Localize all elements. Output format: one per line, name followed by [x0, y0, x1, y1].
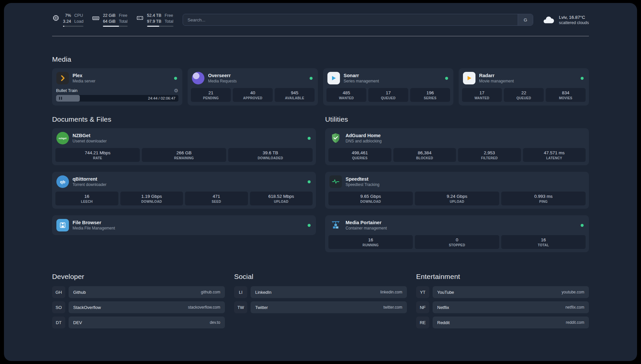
bookmark-link-reddit[interactable]: RE Reddit reddit.com: [416, 317, 589, 328]
stat-label: STOPPED: [416, 243, 498, 247]
media-progress-bar: 24:44 / 02:06:47: [56, 95, 178, 102]
stat-tiles: 17 WANTED 22 QUEUED 834 MOVIES: [459, 88, 589, 105]
search-input[interactable]: [183, 14, 518, 25]
service-card-sonarr: Sonarr Series management 485 WANTED 17 Q…: [323, 68, 453, 106]
search-bar: G: [183, 14, 533, 26]
bookmark-link-netflix[interactable]: NF Netflix netflix.com: [416, 301, 589, 313]
stat-label: TOTAL: [503, 243, 584, 247]
stat-value: 16: [330, 237, 412, 242]
service-title: File Browser: [73, 220, 304, 225]
documents-column: Documents & Files nzbget NZBGet Usenet d…: [52, 115, 316, 252]
bookmark-abbr: LI: [234, 286, 247, 298]
service-link-qbittorrent[interactable]: qb qBittorrent Torrent downloader: [52, 172, 316, 192]
bookmark-pill: Reddit reddit.com: [433, 317, 589, 328]
stat-value: 618.52 Mbps: [251, 194, 312, 199]
status-dot: [308, 224, 311, 227]
disk-total-value: 97.9 TB: [147, 19, 162, 25]
status-dot: [308, 180, 311, 183]
bookmark-domain: linkedin.com: [380, 290, 402, 294]
cpu-progress-bar: [63, 26, 83, 27]
service-title: Overseerr: [208, 73, 306, 78]
status-dot: [174, 77, 177, 80]
status-dot: [445, 77, 448, 80]
gear-icon[interactable]: ⚙: [174, 88, 178, 93]
cpu-load-label: Load: [74, 19, 83, 25]
service-text: qBittorrent Torrent downloader: [73, 176, 304, 187]
weather-text: Lviv, 16.87°C scattered clouds: [559, 15, 589, 25]
memory-icon: [92, 14, 100, 22]
bookmark-abbr: DT: [52, 317, 65, 328]
service-link-adguard[interactable]: AdGuard Home DNS and adblocking: [325, 128, 589, 148]
bookmark-domain: reddit.com: [566, 320, 584, 325]
stat-label: LATENCY: [524, 156, 585, 160]
stat-tile: 39.6 TB DOWNLOADED: [228, 148, 313, 162]
overseerr-icon: [192, 72, 204, 84]
qbittorrent-icon: qb: [56, 175, 69, 188]
cpu-load-value: 3.24: [63, 19, 71, 25]
weather-location: Lviv, 16.87°C: [559, 15, 589, 20]
bookmark-link-stackoverflow[interactable]: SO StackOverflow stackoverflow.com: [52, 301, 225, 313]
service-link-radarr[interactable]: Radarr Movie management: [459, 68, 589, 88]
status-dot: [581, 224, 584, 227]
qbittorrent-icon-text: qb: [60, 179, 65, 184]
pause-button[interactable]: [59, 97, 62, 100]
section-title-developer: Developer: [52, 273, 225, 281]
service-title: qBittorrent: [73, 176, 304, 182]
service-title: Speedtest: [346, 176, 585, 182]
search-provider-button[interactable]: G: [518, 14, 533, 25]
bookmark-link-twitter[interactable]: TW Twitter twitter.com: [234, 301, 407, 313]
stat-value: 16: [57, 194, 117, 199]
stat-tile: 196 SERIES: [410, 88, 450, 102]
service-link-plex[interactable]: Plex Media server: [52, 68, 182, 88]
stat-value: 17: [370, 90, 407, 95]
bookmark-domain: youtube.com: [562, 290, 584, 294]
dashboard-app: 7% 3.24 CPU Load: [4, 3, 637, 361]
weather-widget: Lviv, 16.87°C scattered clouds: [542, 15, 589, 25]
service-text: Plex Media server: [73, 73, 170, 83]
stat-value: 0.993 ms: [503, 194, 584, 199]
nzbget-icon-text: nzbget: [59, 137, 67, 139]
bookmark-pill: YouTube youtube.com: [433, 286, 589, 298]
stat-value: 16: [503, 237, 584, 242]
service-link-overseerr[interactable]: Overseerr Media Requests: [188, 68, 318, 88]
service-link-speedtest[interactable]: Speedtest Speedtest Tracking: [325, 172, 589, 192]
stat-value: 9.24 Gbps: [416, 194, 498, 199]
stat-label: QUEUED: [505, 96, 542, 100]
stat-value: 21: [192, 90, 229, 95]
stat-value: 22: [505, 90, 542, 95]
stat-value: 86,384: [395, 150, 455, 155]
memory-free-label: Free: [119, 13, 127, 19]
stat-label: PING: [503, 200, 584, 203]
now-playing-title: Bullet Train: [56, 88, 77, 93]
stat-label: WANTED: [463, 96, 501, 100]
bookmark-link-github[interactable]: GH Github github.com: [52, 286, 225, 298]
disk-body: 52.4 TB 97.9 TB Free Total: [147, 13, 173, 27]
service-link-filebrowser[interactable]: File Browser Media File Management: [52, 215, 316, 235]
sonarr-icon: [327, 72, 340, 84]
stat-value: 744.21 Mbps: [57, 150, 138, 155]
service-link-portainer[interactable]: Media Portainer Container management: [325, 215, 589, 235]
two-column-area: Documents & Files nzbget NZBGet Usenet d…: [52, 115, 589, 252]
bookmark-name: LinkedIn: [255, 290, 271, 295]
service-card-filebrowser: File Browser Media File Management: [52, 215, 316, 235]
service-text: Speedtest Speedtest Tracking: [346, 176, 585, 187]
bookmark-pill: Twitter twitter.com: [251, 301, 407, 313]
filebrowser-icon: [56, 219, 69, 231]
stat-label: SEED: [186, 200, 247, 203]
bookmark-link-dev[interactable]: DT DEV dev.to: [52, 317, 225, 328]
cpu-widget: 7% 3.24 CPU Load: [52, 13, 83, 27]
service-link-sonarr[interactable]: Sonarr Series management: [323, 68, 453, 88]
service-card-portainer: Media Portainer Container management 16 …: [325, 215, 589, 252]
service-link-nzbget[interactable]: nzbget NZBGet Usenet downloader: [52, 128, 316, 148]
stat-value: 40: [234, 90, 271, 95]
radarr-icon: [463, 72, 475, 84]
bookmark-link-youtube[interactable]: YT YouTube youtube.com: [416, 286, 589, 298]
stat-tiles: 498,461 QUERIES 86,384 BLOCKED 2,953 FIL…: [325, 148, 589, 165]
stat-tile: 0.993 ms PING: [501, 192, 586, 205]
stat-tile: 945 AVAILABLE: [275, 88, 315, 102]
bookmark-domain: stackoverflow.com: [188, 305, 220, 310]
service-title: Plex: [73, 73, 170, 78]
service-card-plex: Plex Media server Bullet Train ⚙ 24:44 /…: [52, 68, 182, 106]
bookmark-link-linkedin[interactable]: LI LinkedIn linkedin.com: [234, 286, 407, 298]
stat-label: DOWNLOAD: [330, 200, 412, 203]
